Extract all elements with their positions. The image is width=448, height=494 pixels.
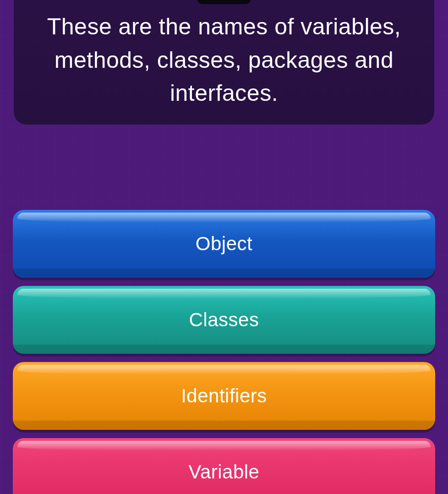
answers-container: Object Classes Identifiers Variable — [13, 210, 435, 494]
answer-option-classes[interactable]: Classes — [13, 286, 435, 354]
answer-option-object[interactable]: Object — [13, 210, 435, 278]
answer-label: Identifiers — [181, 385, 267, 407]
answer-label: Object — [196, 233, 252, 255]
answer-label: Classes — [189, 309, 259, 331]
question-text: These are the names of variables, method… — [37, 10, 411, 110]
answer-option-variable[interactable]: Variable — [13, 438, 435, 494]
answer-option-identifiers[interactable]: Identifiers — [13, 362, 435, 430]
question-card: These are the names of variables, method… — [14, 0, 434, 125]
answer-label: Variable — [189, 461, 260, 483]
